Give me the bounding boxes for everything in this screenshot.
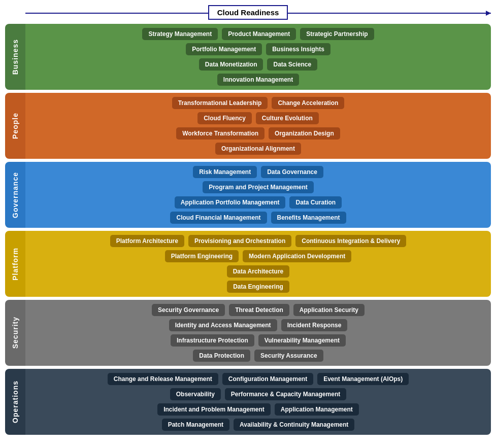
row-people-2: Workforce TransformationOrganization Des… — [30, 127, 486, 140]
section-content-security: Security GovernanceThreat DetectionAppli… — [25, 300, 491, 366]
chip-application-management[interactable]: Application Management — [275, 403, 359, 416]
section-business: BusinessStrategy ManagementProduct Manag… — [5, 24, 491, 90]
row-platform-0: Platform ArchitectureProvisioning and Or… — [30, 235, 486, 247]
section-label-operations: Operations — [11, 381, 19, 423]
chip-data-science[interactable]: Data Science — [267, 58, 317, 71]
chip-culture-evolution[interactable]: Culture Evolution — [256, 112, 319, 124]
chip-incident-and-problem-management[interactable]: Incident and Problem Management — [157, 403, 271, 416]
section-governance: GovernanceRisk ManagementData Governance… — [5, 162, 491, 228]
section-security: SecuritySecurity GovernanceThreat Detect… — [5, 300, 491, 366]
section-content-platform: Platform ArchitectureProvisioning and Or… — [25, 231, 491, 297]
row-platform-3: Data Engineering — [30, 281, 486, 293]
chip-organization-design[interactable]: Organization Design — [269, 127, 340, 140]
section-label-wrapper-platform: Platform — [5, 231, 25, 297]
sections-container: BusinessStrategy ManagementProduct Manag… — [5, 24, 491, 435]
section-label-wrapper-security: Security — [5, 300, 25, 366]
chip-platform-architecture[interactable]: Platform Architecture — [110, 235, 184, 247]
chip-security-governance[interactable]: Security Governance — [152, 304, 225, 316]
row-operations-3: Patch ManagementAvailability & Continuit… — [30, 419, 486, 431]
chip-application-portfolio-management[interactable]: Application Portfolio Management — [175, 196, 286, 209]
row-business-1: Portfolio ManagementBusiness Insights — [30, 43, 486, 55]
section-label-governance: Governance — [11, 172, 19, 218]
header: Cloud Readiness — [5, 5, 491, 20]
chip-modern-application-development[interactable]: Modern Application Development — [243, 250, 351, 262]
section-label-wrapper-people: People — [5, 93, 25, 159]
chip-data-engineering[interactable]: Data Engineering — [227, 281, 289, 293]
section-label-wrapper-business: Business — [5, 24, 25, 90]
chip-observability[interactable]: Observability — [170, 388, 221, 400]
section-content-operations: Change and Release ManagementConfigurati… — [25, 369, 491, 435]
section-label-wrapper-governance: Governance — [5, 162, 25, 228]
chip-benefits-management[interactable]: Benefits Management — [271, 212, 346, 224]
section-label-business: Business — [11, 39, 19, 75]
row-security-1: Identity and Access ManagementIncident R… — [30, 319, 486, 331]
chip-infrastructure-protection[interactable]: Infrastructure Protection — [171, 334, 254, 347]
chip-organizational-alignment[interactable]: Organizational Alignment — [215, 143, 301, 155]
row-operations-2: Incident and Problem ManagementApplicati… — [30, 403, 486, 416]
section-platform: PlatformPlatform ArchitectureProvisionin… — [5, 231, 491, 297]
row-platform-2: Data Architecture — [30, 265, 486, 278]
chip-change-acceleration[interactable]: Change Acceleration — [272, 97, 344, 109]
row-operations-0: Change and Release ManagementConfigurati… — [30, 373, 486, 385]
chip-security-assurance[interactable]: Security Assurance — [254, 350, 323, 362]
row-governance-3: Cloud Financial ManagementBenefits Manag… — [30, 212, 486, 224]
chip-event-management--aiops-[interactable]: Event Management (AIOps) — [317, 373, 409, 385]
chip-performance---capacity-management[interactable]: Performance & Capacity Management — [225, 388, 346, 400]
section-label-wrapper-operations: Operations — [5, 369, 25, 435]
chip-cloud-financial-management[interactable]: Cloud Financial Management — [170, 212, 267, 224]
row-security-0: Security GovernanceThreat DetectionAppli… — [30, 304, 486, 316]
chip-threat-detection[interactable]: Threat Detection — [229, 304, 289, 316]
chip-identity-and-access-management[interactable]: Identity and Access Management — [169, 319, 277, 331]
chip-workforce-transformation[interactable]: Workforce Transformation — [176, 127, 264, 140]
chip-data-architecture[interactable]: Data Architecture — [227, 265, 290, 278]
row-business-2: Data MonetizationData Science — [30, 58, 486, 71]
chip-program-and-project-management[interactable]: Program and Project Management — [203, 181, 314, 193]
main-title: Cloud Readiness — [208, 5, 288, 20]
chip-innovation-management[interactable]: Innovation Management — [217, 74, 299, 86]
chip-incident-response[interactable]: Incident Response — [281, 319, 348, 331]
chip-patch-management[interactable]: Patch Management — [162, 419, 229, 431]
chip-portfolio-management[interactable]: Portfolio Management — [186, 43, 262, 55]
row-governance-1: Program and Project Management — [30, 181, 486, 193]
row-governance-2: Application Portfolio ManagementData Cur… — [30, 196, 486, 209]
section-content-governance: Risk ManagementData GovernanceProgram an… — [25, 162, 491, 228]
chip-continuous-integration---delivery[interactable]: Continuous Integration & Delivery — [295, 235, 406, 247]
chip-availability---continuity-management[interactable]: Availability & Continuity Management — [234, 419, 354, 431]
chip-change-and-release-management[interactable]: Change and Release Management — [108, 373, 218, 385]
section-label-platform: Platform — [11, 248, 19, 281]
chip-transformational-leadership[interactable]: Transformational Leadership — [172, 97, 268, 109]
chip-business-insights[interactable]: Business Insights — [266, 43, 330, 55]
section-operations: OperationsChange and Release ManagementC… — [5, 369, 491, 435]
chip-application-security[interactable]: Application Security — [293, 304, 365, 316]
chip-product-management[interactable]: Product Management — [222, 28, 296, 40]
row-people-1: Cloud FluencyCulture Evolution — [30, 112, 486, 124]
section-people: PeopleTransformational LeadershipChange … — [5, 93, 491, 159]
row-people-0: Transformational LeadershipChange Accele… — [30, 97, 486, 109]
chip-cloud-fluency[interactable]: Cloud Fluency — [197, 112, 252, 124]
row-operations-1: ObservabilityPerformance & Capacity Mana… — [30, 388, 486, 400]
chip-platform-engineering[interactable]: Platform Engineering — [165, 250, 239, 262]
chip-risk-management[interactable]: Risk Management — [193, 166, 257, 178]
row-governance-0: Risk ManagementData Governance — [30, 166, 486, 178]
chip-strategy-management[interactable]: Strategy Management — [142, 28, 218, 40]
row-security-3: Data ProtectionSecurity Assurance — [30, 350, 486, 362]
row-business-3: Innovation Management — [30, 74, 486, 86]
chip-configuration-management[interactable]: Configuration Management — [222, 373, 313, 385]
section-content-business: Strategy ManagementProduct ManagementStr… — [25, 24, 491, 90]
row-platform-1: Platform EngineeringModern Application D… — [30, 250, 486, 262]
section-content-people: Transformational LeadershipChange Accele… — [25, 93, 491, 159]
row-people-3: Organizational Alignment — [30, 143, 486, 155]
chip-data-protection[interactable]: Data Protection — [193, 350, 250, 362]
chip-data-governance[interactable]: Data Governance — [261, 166, 323, 178]
row-security-2: Infrastructure ProtectionVulnerability M… — [30, 334, 486, 347]
chip-vulnerability-management[interactable]: Vulnerability Management — [258, 334, 346, 347]
chip-provisioning-and-orchestration[interactable]: Provisioning and Orchestration — [188, 235, 291, 247]
chip-data-monetization[interactable]: Data Monetization — [199, 58, 263, 71]
section-label-people: People — [11, 113, 19, 139]
chip-data-curation[interactable]: Data Curation — [289, 196, 342, 209]
row-business-0: Strategy ManagementProduct ManagementStr… — [30, 28, 486, 40]
section-label-security: Security — [11, 317, 19, 349]
chip-strategic-partnership[interactable]: Strategic Partnership — [300, 28, 374, 40]
